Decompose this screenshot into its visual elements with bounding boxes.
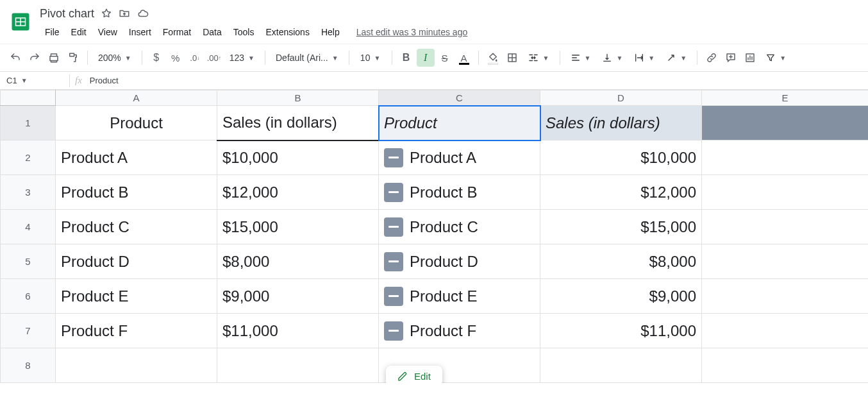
cloud-icon[interactable]: [137, 8, 149, 19]
pivot-edit-button[interactable]: Edit: [386, 366, 442, 383]
menu-view[interactable]: View: [93, 24, 122, 40]
comment-button[interactable]: [722, 49, 740, 67]
redo-button[interactable]: [26, 49, 44, 67]
col-header-B[interactable]: B: [217, 90, 379, 106]
font-size-select[interactable]: 10▼: [355, 49, 387, 67]
cell-E1[interactable]: [702, 106, 869, 140]
cell-D3[interactable]: $12,000: [540, 175, 702, 210]
col-header-A[interactable]: A: [56, 90, 217, 106]
menu-help[interactable]: Help: [316, 24, 345, 40]
cell-E2[interactable]: [702, 140, 869, 175]
cell-A4[interactable]: Product C: [56, 210, 217, 244]
rotate-button[interactable]: ▼: [661, 49, 692, 67]
cell-B7[interactable]: $11,000: [217, 314, 379, 348]
doc-title[interactable]: Pivot chart: [40, 7, 94, 21]
increase-decimal-button[interactable]: .00↑: [205, 49, 223, 67]
cell-A7[interactable]: Product F: [56, 314, 217, 348]
cell-D5[interactable]: $8,000: [540, 244, 702, 279]
decrease-decimal-button[interactable]: .0↓: [186, 49, 204, 67]
menu-edit[interactable]: Edit: [66, 24, 92, 40]
row-header-8[interactable]: 8: [1, 348, 56, 383]
menu-extensions[interactable]: Extensions: [260, 24, 314, 40]
bold-button[interactable]: B: [397, 49, 415, 67]
cell-C1[interactable]: Product: [379, 106, 540, 140]
cell-A2[interactable]: Product A: [56, 140, 217, 175]
collapse-icon[interactable]: [384, 252, 403, 271]
collapse-icon[interactable]: [384, 217, 403, 237]
collapse-icon[interactable]: [384, 183, 403, 202]
chart-button[interactable]: [741, 49, 759, 67]
wrap-button[interactable]: ▼: [629, 49, 660, 67]
cell-A5[interactable]: Product D: [56, 244, 217, 279]
cell-B2[interactable]: $10,000: [217, 140, 379, 175]
menu-insert[interactable]: Insert: [124, 24, 156, 40]
cell-E6[interactable]: [702, 279, 869, 314]
collapse-icon[interactable]: [384, 321, 403, 341]
cell-B5[interactable]: $8,000: [217, 244, 379, 279]
menu-format[interactable]: Format: [158, 24, 196, 40]
menu-tools[interactable]: Tools: [228, 24, 260, 40]
currency-button[interactable]: $: [147, 49, 165, 67]
select-all-corner[interactable]: [1, 90, 56, 106]
cell-C2[interactable]: Product A: [379, 140, 540, 175]
undo-button[interactable]: [6, 49, 24, 67]
percent-button[interactable]: %: [167, 49, 185, 67]
cell-B1[interactable]: Sales (in dollars): [217, 106, 379, 140]
cell-A6[interactable]: Product E: [56, 279, 217, 314]
cell-A1[interactable]: Product: [56, 106, 217, 140]
valign-button[interactable]: ▼: [597, 49, 628, 67]
cell-B4[interactable]: $15,000: [217, 210, 379, 244]
strikethrough-button[interactable]: S: [436, 49, 454, 67]
last-edit-link[interactable]: Last edit was 3 minutes ago: [356, 27, 468, 37]
cell-D6[interactable]: $9,000: [540, 279, 702, 314]
row-header-4[interactable]: 4: [1, 210, 56, 244]
menu-file[interactable]: File: [40, 24, 65, 40]
cell-E8[interactable]: [702, 348, 869, 383]
col-header-E[interactable]: E: [702, 90, 869, 106]
more-formats-button[interactable]: 123▼: [224, 49, 260, 67]
cell-A8[interactable]: [56, 348, 217, 383]
font-select[interactable]: Default (Ari...▼: [271, 49, 344, 67]
cell-C4[interactable]: Product C: [379, 210, 540, 244]
halign-button[interactable]: ▼: [565, 49, 596, 67]
cell-C5[interactable]: Product D: [379, 244, 540, 279]
print-button[interactable]: [45, 49, 63, 67]
row-header-6[interactable]: 6: [1, 279, 56, 314]
star-icon[interactable]: [101, 8, 112, 19]
merge-button[interactable]: ▼: [522, 49, 555, 67]
row-header-2[interactable]: 2: [1, 140, 56, 175]
cell-E4[interactable]: [702, 210, 869, 244]
sheets-logo[interactable]: [8, 5, 33, 38]
cell-C7[interactable]: Product F: [379, 314, 540, 348]
cell-B8[interactable]: [217, 348, 379, 383]
row-header-7[interactable]: 7: [1, 314, 56, 348]
collapse-icon[interactable]: [384, 148, 403, 167]
menu-data[interactable]: Data: [197, 24, 227, 40]
row-header-5[interactable]: 5: [1, 244, 56, 279]
borders-button[interactable]: [503, 49, 521, 67]
paint-format-button[interactable]: [64, 49, 82, 67]
cell-E5[interactable]: [702, 244, 869, 279]
italic-button[interactable]: I: [417, 49, 435, 67]
spreadsheet-grid[interactable]: A B C D E 1 Product Sales (in dollars) P…: [0, 90, 868, 383]
formula-input[interactable]: Product: [90, 76, 119, 85]
row-header-1[interactable]: 1: [1, 106, 56, 140]
col-header-D[interactable]: D: [540, 90, 702, 106]
cell-B6[interactable]: $9,000: [217, 279, 379, 314]
collapse-icon[interactable]: [384, 287, 403, 306]
cell-D1[interactable]: Sales (in dollars): [540, 106, 702, 140]
filter-button[interactable]: ▼: [760, 49, 791, 67]
cell-D8[interactable]: [540, 348, 702, 383]
cell-D7[interactable]: $11,000: [540, 314, 702, 348]
name-box[interactable]: C1▼: [0, 76, 64, 85]
cell-E7[interactable]: [702, 314, 869, 348]
cell-C6[interactable]: Product E: [379, 279, 540, 314]
cell-A3[interactable]: Product B: [56, 175, 217, 210]
cell-D2[interactable]: $10,000: [540, 140, 702, 175]
move-icon[interactable]: [119, 8, 130, 19]
cell-C3[interactable]: Product B: [379, 175, 540, 210]
cell-B3[interactable]: $12,000: [217, 175, 379, 210]
fill-color-button[interactable]: [484, 49, 502, 67]
cell-E3[interactable]: [702, 175, 869, 210]
cell-D4[interactable]: $15,000: [540, 210, 702, 244]
